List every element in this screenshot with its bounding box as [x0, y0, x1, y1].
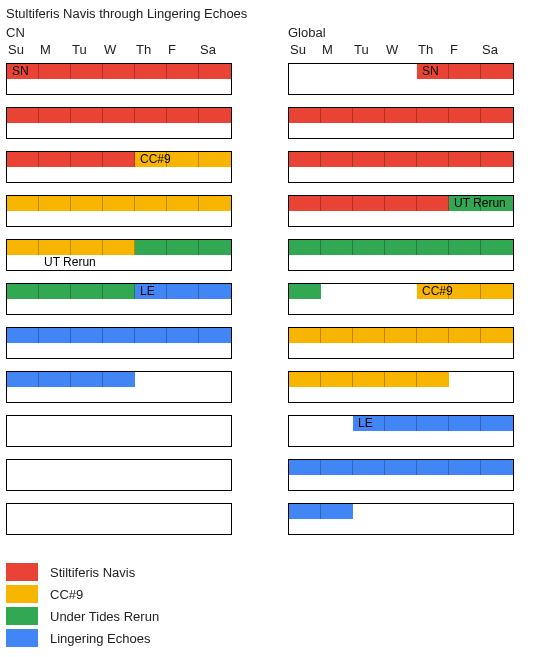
event-label-sn: SN: [419, 64, 442, 79]
day-su: Su: [288, 42, 320, 57]
day-th: Th: [416, 42, 448, 57]
week-row: [6, 327, 232, 359]
event-label-cc9: CC#9: [419, 284, 456, 299]
event-label-ut: UT Rerun: [41, 255, 99, 270]
week-row: SN: [6, 63, 232, 95]
week-row: CC#9: [288, 283, 514, 315]
legend-text: CC#9: [50, 587, 83, 602]
week-row: [288, 459, 514, 491]
event-label-ut: UT Rerun: [451, 196, 509, 211]
legend-swatch-green: [6, 607, 38, 625]
week-row: [6, 195, 232, 227]
week-row: [6, 503, 232, 535]
day-sa: Sa: [198, 42, 230, 57]
week-row: [288, 151, 514, 183]
day-header-global: Su M Tu W Th F Sa: [288, 42, 514, 57]
week-row: CC#9: [6, 151, 232, 183]
column-global: Global Su M Tu W Th F Sa SN UT Rerun: [288, 25, 514, 535]
week-row: [288, 327, 514, 359]
week-row: [6, 107, 232, 139]
column-cn: CN Su M Tu W Th F Sa SN CC#9: [6, 25, 232, 535]
legend-text: Under Tides Rerun: [50, 609, 159, 624]
week-row: [6, 459, 232, 491]
day-tu: Tu: [352, 42, 384, 57]
day-m: M: [38, 42, 70, 57]
event-label-le: LE: [137, 284, 158, 299]
week-row: LE: [288, 415, 514, 447]
columns: CN Su M Tu W Th F Sa SN CC#9: [6, 25, 549, 535]
legend-item: Lingering Echoes: [6, 629, 549, 647]
day-th: Th: [134, 42, 166, 57]
legend-text: Stiltiferis Navis: [50, 565, 135, 580]
event-label-le: LE: [355, 416, 376, 431]
day-header-cn: Su M Tu W Th F Sa: [6, 42, 232, 57]
event-label-sn: SN: [9, 64, 32, 79]
week-row: SN: [288, 63, 514, 95]
week-row: [6, 371, 232, 403]
legend-text: Lingering Echoes: [50, 631, 150, 646]
week-row: UT Rerun: [6, 239, 232, 271]
legend-swatch-red: [6, 563, 38, 581]
day-tu: Tu: [70, 42, 102, 57]
week-row: [6, 415, 232, 447]
event-label-cc9: CC#9: [137, 152, 174, 167]
column-global-label: Global: [288, 25, 514, 40]
day-su: Su: [6, 42, 38, 57]
week-row: [288, 371, 514, 403]
weeks-cn: SN CC#9 UT Rerun LE: [6, 63, 232, 535]
weeks-global: SN UT Rerun CC#9: [288, 63, 514, 535]
column-cn-label: CN: [6, 25, 232, 40]
day-w: W: [384, 42, 416, 57]
legend-item: Stiltiferis Navis: [6, 563, 549, 581]
week-row: UT Rerun: [288, 195, 514, 227]
day-f: F: [448, 42, 480, 57]
legend-swatch-blue: [6, 629, 38, 647]
day-sa: Sa: [480, 42, 512, 57]
page-title: Stultiferis Navis through Lingering Echo…: [6, 6, 549, 21]
day-m: M: [320, 42, 352, 57]
legend-swatch-yellow: [6, 585, 38, 603]
week-row: [288, 107, 514, 139]
legend-item: Under Tides Rerun: [6, 607, 549, 625]
day-w: W: [102, 42, 134, 57]
week-row: [288, 503, 514, 535]
day-f: F: [166, 42, 198, 57]
legend: Stiltiferis Navis CC#9 Under Tides Rerun…: [6, 563, 549, 647]
week-row: LE: [6, 283, 232, 315]
legend-item: CC#9: [6, 585, 549, 603]
week-row: [288, 239, 514, 271]
